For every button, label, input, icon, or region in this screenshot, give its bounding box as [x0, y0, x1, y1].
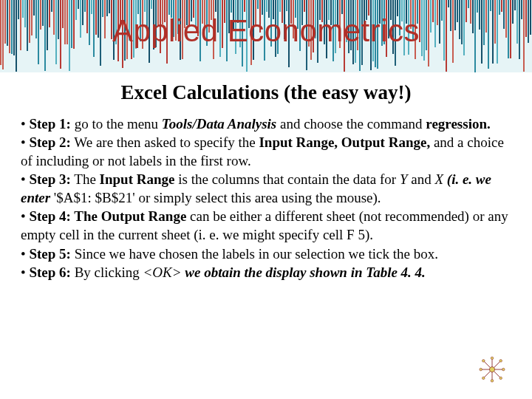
- step-label: Step 5:: [29, 246, 70, 262]
- command-name: regression.: [426, 116, 490, 132]
- svg-point-11: [499, 360, 502, 363]
- text: '$A$1: $B$21' or simply select this area…: [50, 190, 381, 205]
- svg-point-10: [499, 377, 502, 380]
- bullet: •: [21, 171, 29, 187]
- menu-path: Tools/Data Analysis: [162, 116, 276, 132]
- svg-point-9: [482, 360, 485, 363]
- bullet: •: [21, 208, 29, 224]
- svg-point-8: [502, 368, 505, 371]
- svg-point-7: [480, 368, 482, 371]
- svg-point-5: [491, 357, 494, 360]
- text: Since we have chosen the labels in our s…: [71, 246, 438, 262]
- step-label: Step 3:: [29, 171, 70, 187]
- text: go to the menu: [71, 116, 162, 132]
- ok-button-mention: <OK>: [143, 265, 182, 280]
- bullet: •: [21, 246, 29, 262]
- step-3: • Step 3: The Input Range is the columns…: [21, 170, 511, 207]
- slide-subtitle: Excel Calculations (the easy way!): [21, 81, 511, 104]
- step-label: Step 1:: [29, 116, 70, 132]
- text: is the columns that contain the data for: [175, 171, 400, 187]
- text: The: [71, 171, 100, 187]
- step-1: • Step 1: go to the menu Tools/Data Anal…: [21, 115, 511, 133]
- bullet: •: [21, 134, 29, 150]
- text: and choose the command: [276, 116, 426, 132]
- step-4: • Step 4: The Output Range can be either…: [21, 207, 511, 244]
- svg-point-12: [482, 377, 485, 380]
- input-range-label: Input Range: [100, 171, 175, 187]
- text: By clicking: [71, 265, 143, 280]
- bullet: •: [21, 116, 29, 132]
- svg-point-4: [489, 366, 494, 372]
- step-5: • Step 5: Since we have chosen the label…: [21, 245, 511, 263]
- slide-body: Excel Calculations (the easy way!) • Ste…: [0, 72, 532, 282]
- title-banner: Applied Econometrics: [0, 0, 532, 72]
- text: and: [408, 171, 435, 187]
- range-names: Input Range, Output Range,: [259, 134, 430, 150]
- var-x: X: [434, 171, 443, 187]
- publisher-logo-icon: [479, 356, 505, 383]
- text: We are then asked to specify the: [71, 134, 259, 150]
- var-y: Y: [400, 171, 408, 187]
- step-2: • Step 2: We are then asked to specify t…: [21, 133, 511, 170]
- step-label: Step 4: The Output Range: [29, 208, 186, 224]
- steps-list: • Step 1: go to the menu Tools/Data Anal…: [21, 115, 511, 282]
- result-ref: we obtain the display shown in Table 4. …: [185, 265, 426, 280]
- step-label: Step 6:: [29, 265, 70, 280]
- svg-point-6: [491, 380, 494, 383]
- bullet: •: [21, 265, 29, 280]
- step-6: • Step 6: By clicking <OK> we obtain the…: [21, 263, 511, 282]
- slide-title: Applied Econometrics: [0, 13, 532, 49]
- step-label: Step 2:: [29, 134, 70, 150]
